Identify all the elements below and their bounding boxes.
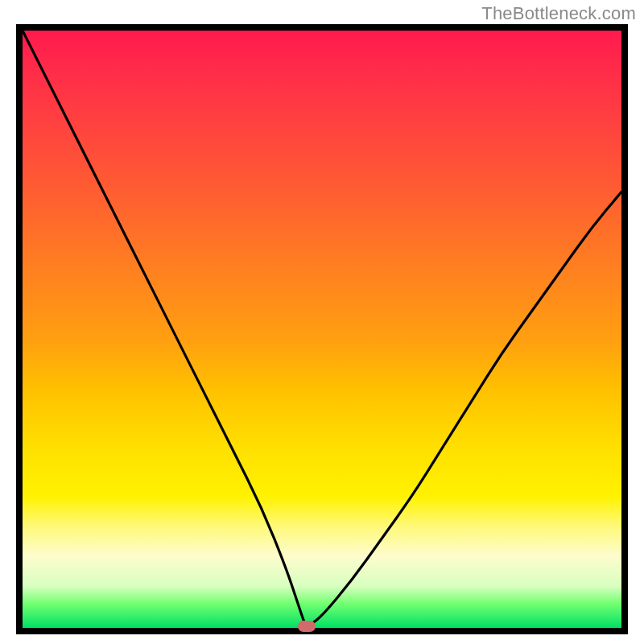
watermark-text: TheBottleneck.com <box>481 3 636 24</box>
bottleneck-curve-path <box>23 31 621 627</box>
bottleneck-curve-svg <box>23 31 621 628</box>
minimum-marker <box>298 621 316 632</box>
chart-frame <box>16 24 628 634</box>
